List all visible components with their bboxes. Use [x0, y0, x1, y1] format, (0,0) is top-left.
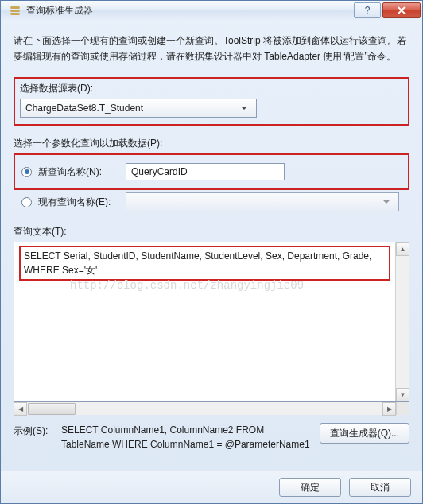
param-section: 选择一个参数化查询以加载数据(P): 新查询名称(N): QueryCardID…	[14, 137, 409, 214]
new-query-name-value: QueryCardID	[131, 166, 188, 177]
horizontal-scrollbar[interactable]: ◀ ▶	[14, 401, 409, 415]
existing-query-radio[interactable]	[21, 197, 32, 207]
close-icon	[398, 6, 406, 14]
example-row: 示例(S): SELECT ColumnName1, ColumnName2 F…	[14, 423, 409, 452]
query-builder-button[interactable]: 查询生成器(Q)...	[320, 423, 409, 444]
query-text-highlight: SELECT Serial, StudentID, StudentName, S…	[19, 246, 390, 281]
svg-rect-1	[10, 10, 20, 12]
window-title: 查询标准生成器	[26, 4, 352, 17]
new-query-radio[interactable]	[21, 167, 32, 177]
cancel-label: 取消	[371, 481, 390, 494]
existing-query-label: 现有查询名称(E):	[38, 196, 126, 209]
scroll-down-icon[interactable]: ▼	[396, 388, 409, 401]
query-text-label: 查询文本(T):	[14, 225, 409, 238]
param-label: 选择一个参数化查询以加载数据(P):	[14, 137, 409, 150]
query-text-area[interactable]: SELECT Serial, StudentID, StudentName, S…	[14, 242, 409, 402]
ok-label: 确定	[301, 481, 320, 494]
app-icon	[9, 4, 21, 17]
example-text: SELECT ColumnName1, ColumnName2 FROM Tab…	[61, 423, 312, 452]
scroll-thumb-h[interactable]	[28, 403, 76, 415]
query-builder-button-wrap: 查询生成器(Q)...	[320, 423, 409, 444]
data-source-label: 选择数据源表(D):	[20, 82, 403, 95]
data-source-dropdown[interactable]: ChargeDataSet8.T_Student	[20, 99, 257, 118]
cancel-button[interactable]: 取消	[349, 478, 411, 497]
scroll-right-icon[interactable]: ▶	[382, 402, 396, 416]
vertical-scrollbar[interactable]: ▲ ▼	[395, 242, 409, 401]
new-query-row: 新查询名称(N): QueryCardID	[21, 160, 402, 184]
svg-rect-2	[10, 13, 20, 15]
dialog-content: 请在下面选择一个现有的查询或创建一个新查询。ToolStrip 将被添加到窗体以…	[1, 21, 422, 471]
instructions-text: 请在下面选择一个现有的查询或创建一个新查询。ToolStrip 将被添加到窗体以…	[14, 33, 409, 65]
query-builder-label: 查询生成器(Q)...	[330, 427, 399, 440]
titlebar-buttons: ?	[352, 2, 421, 18]
radio-group: 新查询名称(N): QueryCardID	[14, 153, 409, 190]
query-text-section: 查询文本(T): SELECT Serial, StudentID, Stude…	[14, 225, 409, 452]
help-icon: ?	[365, 5, 371, 16]
scroll-up-icon[interactable]: ▲	[396, 242, 409, 256]
data-source-section: 选择数据源表(D): ChargeDataSet8.T_Student	[14, 77, 409, 126]
ok-button[interactable]: 确定	[279, 478, 341, 497]
titlebar: 查询标准生成器 ?	[1, 1, 422, 21]
new-query-name-input[interactable]: QueryCardID	[126, 163, 285, 180]
help-button[interactable]: ?	[354, 2, 381, 18]
scroll-left-icon[interactable]: ◀	[14, 402, 27, 416]
existing-query-row: 现有查询名称(E):	[14, 190, 409, 214]
query-text-value: SELECT Serial, StudentID, StudentName, S…	[24, 250, 371, 276]
data-source-value: ChargeDataSet8.T_Student	[25, 103, 237, 114]
new-query-label: 新查询名称(N):	[38, 165, 126, 179]
close-button[interactable]	[382, 2, 421, 18]
example-label: 示例(S):	[14, 423, 53, 438]
svg-rect-0	[10, 6, 20, 9]
dialog-footer: 确定 取消	[1, 471, 422, 503]
scroll-corner	[396, 402, 409, 415]
existing-query-dropdown[interactable]	[126, 192, 399, 211]
query-text-inner: SELECT Serial, StudentID, StudentName, S…	[14, 242, 395, 401]
chevron-down-icon	[379, 200, 394, 204]
scroll-track-h[interactable]	[27, 402, 382, 415]
chevron-down-icon	[237, 107, 251, 110]
scroll-track-v[interactable]	[396, 256, 409, 388]
dialog-window: 查询标准生成器 ? 请在下面选择一个现有的查询或创建一个新查询。ToolStri…	[0, 0, 423, 504]
